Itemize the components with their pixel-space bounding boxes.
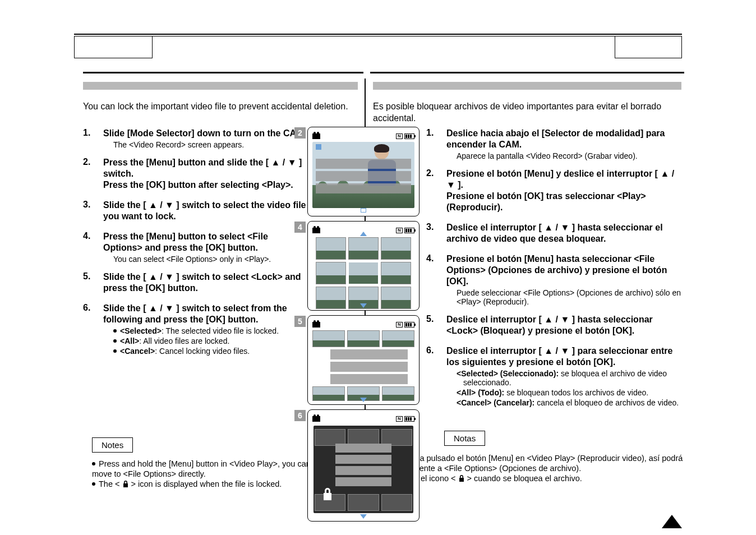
battery-icon — [404, 416, 414, 422]
step-head: Deslice el interruptor [ ▲ / ▼ ] para se… — [446, 345, 681, 368]
lock-icon — [122, 480, 129, 488]
option-panel — [335, 444, 391, 488]
title-bar-right — [373, 82, 681, 90]
step-head: Slide the [ ▲ / ▼ ] switch to select <Lo… — [103, 271, 307, 294]
menu-bar — [316, 159, 411, 169]
screenshot-4: 4 — [307, 221, 420, 311]
thumb-row — [316, 262, 411, 284]
step-desc: The <Video Record> screen appears. — [113, 140, 307, 149]
steps-es: 1.Deslice hacia abajo el [Selector de mo… — [426, 128, 681, 415]
marker-icon — [316, 144, 321, 150]
battery-icon — [404, 133, 414, 139]
step-head: Slide the [ ▲ / ▼ ] switch to select the… — [103, 200, 307, 222]
rule-top — [74, 34, 682, 35]
intro-en: You can lock the important video file to… — [83, 101, 352, 113]
arrow-up-icon — [360, 232, 367, 236]
step-head: Presione el botón [Menu] y deslice el in… — [446, 168, 681, 213]
notes-en: Press and hold the [Menu] button in <Vid… — [92, 459, 311, 489]
step-head: Deslice el interruptor [ ▲ / ▼ ] hasta s… — [446, 222, 681, 245]
page-corner-triangle — [662, 515, 682, 528]
rule-top-thin — [74, 36, 682, 36]
screenshot-6: 6 — [307, 409, 420, 522]
screenshot-number: 4 — [294, 222, 306, 233]
arrow-down-icon — [360, 514, 367, 519]
screenshot-2: 2 — [307, 127, 420, 216]
note-item: Aparece el icono < > cuando se bloquea e… — [381, 473, 684, 483]
note-item: The < > icon is displayed when the file … — [92, 479, 311, 489]
steps-en: 1.Slide [Mode Selector] down to turn on … — [83, 128, 307, 363]
lock-icon — [321, 487, 334, 503]
arrow-down-icon — [360, 398, 367, 402]
screenshot-number: 2 — [294, 127, 306, 139]
menu-bar — [330, 374, 408, 384]
screenshot-number: 6 — [294, 410, 306, 421]
step-desc: You can select <File Options> only in <P… — [113, 255, 307, 264]
header-box-right — [615, 36, 682, 58]
option: <All> (Todo): se bloquean todos los arch… — [457, 388, 681, 397]
lock-icon — [458, 474, 465, 482]
menu-bar — [330, 349, 408, 359]
menu-bar — [316, 171, 411, 181]
memory-icon — [396, 228, 403, 233]
arrow-down-icon — [360, 303, 367, 308]
camera-icon — [312, 228, 320, 233]
header-box-left — [74, 36, 153, 58]
menu-bar — [330, 362, 408, 372]
memory-icon — [396, 322, 403, 328]
step-head: Slide [Mode Selector] down to turn on th… — [103, 128, 307, 139]
step-head: Press the [Menu] button and slide the [ … — [103, 157, 307, 191]
option: <Selected> (Seleccionado): se bloquea el… — [457, 369, 681, 387]
step-head: Deslice hacia abajo el [Selector de moda… — [446, 128, 681, 150]
battery-icon — [404, 228, 414, 233]
memory-icon — [396, 133, 403, 139]
menu-bar — [316, 183, 411, 193]
step-head: Deslice el interruptor [ ▲ / ▼ ] hasta s… — [446, 314, 681, 336]
cursor-icon — [361, 208, 366, 213]
title-bar-left — [83, 82, 358, 90]
option: <Selected>: The selected video file is l… — [113, 326, 307, 335]
step-head: Presione el botón [Menu] hasta seleccion… — [446, 253, 681, 287]
memory-icon — [396, 416, 403, 422]
thumb-row — [312, 330, 414, 347]
thumb-row — [316, 237, 411, 260]
rule-right — [370, 72, 684, 73]
camera-icon — [312, 322, 320, 328]
notes-label-en: Notes — [92, 437, 133, 453]
option: <All>: All video files are locked. — [113, 336, 307, 345]
camera-icon — [312, 133, 320, 139]
rule-left — [83, 72, 363, 73]
notes-es: Mantenga pulsado el botón [Menu] en <Vid… — [381, 453, 684, 483]
screenshot-5: 5 — [307, 315, 420, 405]
notes-label-es: Notas — [444, 431, 485, 446]
step-desc: Puede seleccionar <File Options> (Opcion… — [457, 288, 681, 306]
step-desc: Aparece la pantalla <Video Record> (Grab… — [457, 151, 681, 160]
intro-es: Es posible bloquear archivos de video im… — [373, 101, 687, 124]
note-item: Mantenga pulsado el botón [Menu] en <Vid… — [381, 453, 684, 473]
step-head: Slide the [ ▲ / ▼ ] switch to select fro… — [103, 303, 307, 325]
screenshot-number: 5 — [294, 316, 306, 327]
battery-icon — [404, 322, 414, 328]
camera-icon — [312, 416, 320, 422]
option: <Cancel> (Cancelar): cancela el bloqueo … — [457, 398, 681, 407]
step-head: Press the [Menu] button to select <File … — [103, 231, 307, 253]
note-item: Press and hold the [Menu] button in <Vid… — [92, 459, 311, 479]
option: <Cancel>: Cancel locking video files. — [113, 347, 307, 356]
